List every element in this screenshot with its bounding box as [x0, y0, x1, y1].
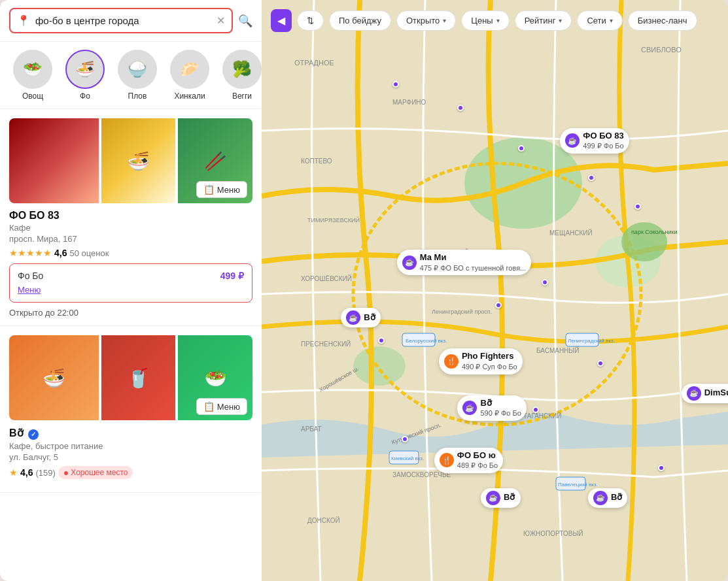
search-button[interactable]: 🔍: [238, 14, 252, 28]
map-filter-цены[interactable]: Цены ▾: [461, 10, 509, 31]
category-item-hinkali[interactable]: 🥟 Хинкали: [164, 47, 216, 103]
svg-text:МЕЩАНСКИЙ: МЕЩАНСКИЙ: [549, 229, 593, 237]
svg-text:СВИБЛОВО: СВИБЛОВО: [641, 46, 682, 54]
map-top-bar: ◀⇅По бейджуОткрыто ▾Цены ▾Рейтинг ▾Сети …: [271, 9, 719, 32]
menu-icon-vo: 📋: [203, 401, 215, 412]
svg-text:ТИМИРЯЗЕВСКИЙ: ТИМИРЯЗЕВСКИЙ: [307, 216, 360, 224]
map-back-button[interactable]: ◀: [271, 9, 292, 32]
result-card-fo-bo-83[interactable]: 🍜 🥢 📋 Меню ФО БО 83 Кафе просп. Мира, 16…: [0, 109, 262, 326]
card-open-hours-fo-bo-83: Открыто до 22:00: [9, 308, 252, 318]
marker-name-vo-center: Вỡ: [364, 312, 375, 324]
category-image-plov: 🍚: [118, 50, 157, 89]
map-marker-fo-bo-83-map[interactable]: ☕ ФО БО 83 499 ₽ Фо Бо: [560, 128, 629, 154]
svg-text:Киевский вкз.: Киевский вкз.: [391, 456, 424, 461]
marker-icon-vo-south: ☕: [462, 401, 477, 415]
left-panel: 📍 ✕ 🔍 🥗 Овощ 🍜 Фо 🍚 Плов 🥟 Хинкали 🥦: [0, 0, 262, 581]
marker-icon-pho-fighters: 🍴: [444, 354, 459, 369]
map-filter-открыто[interactable]: Открыто ▾: [396, 10, 456, 31]
map-marker-vo-bottom2[interactable]: ☕ Вỡ: [588, 488, 627, 508]
category-label-veggy: Вегги: [232, 91, 252, 101]
category-item-ovoshch[interactable]: 🥗 Овощ: [7, 47, 59, 103]
menu-overlay-button-fo-bo-83[interactable]: 📋 Меню: [196, 181, 247, 198]
marker-text-dimsum: DimSum & Co: [704, 388, 728, 399]
marker-icon-vo-center: ☕: [346, 310, 360, 325]
map-marker-vo-center[interactable]: ☕ Вỡ: [341, 308, 380, 327]
marker-price-ma-mi: 475 ₽ ФО БО с тушенной говя...: [420, 263, 527, 273]
rating-count-fo-bo-83: 50 оценок: [69, 248, 109, 258]
svg-text:ДОНСКОЙ: ДОНСКОЙ: [307, 516, 340, 524]
map-marker-pho-fighters[interactable]: 🍴 Pho Fighters 490 ₽ Суп Фо Бо: [439, 348, 523, 374]
svg-text:ЮЖНОПОРТОВЫЙ: ЮЖНОПОРТОВЫЙ: [523, 529, 583, 537]
category-item-plov[interactable]: 🍚 Плов: [111, 47, 164, 103]
svg-point-2: [353, 346, 406, 386]
marker-text-ma-mi: Ма Ми 475 ₽ ФО БО с тушенной говя...: [420, 252, 527, 273]
category-image-ovoshch: 🥗: [13, 50, 52, 89]
badge-text: Хорошее место: [71, 468, 128, 477]
marker-name-dimsum: DimSum & Co: [704, 388, 728, 399]
map-marker-vo-bottom1[interactable]: ☕ Вỡ: [481, 488, 520, 508]
marker-icon-fo-bo-83-map: ☕: [565, 133, 580, 148]
clear-icon[interactable]: ✕: [217, 14, 225, 27]
stars-vo-bo: ★: [9, 467, 18, 478]
marker-icon-dimsum: ☕: [687, 386, 701, 401]
rating-count-vo-bo: (159): [35, 468, 55, 478]
marker-icon-vo-bottom1: ☕: [486, 491, 500, 505]
category-strip: 🥗 Овощ 🍜 Фо 🍚 Плов 🥟 Хинкали 🥦 Вегги: [0, 42, 262, 109]
chevron-icon: ▾: [443, 17, 446, 24]
svg-text:Ленинградский просп.: Ленинградский просп.: [432, 308, 492, 315]
marker-price-pho-fighters: 490 ₽ Суп Фо Бо: [462, 362, 517, 371]
map-marker-vo-south[interactable]: ☕ Вỡ 590 ₽ Фо Бо: [457, 395, 526, 421]
svg-text:ТАГАНСКИЙ: ТАГАНСКИЙ: [523, 412, 562, 420]
chevron-icon: ▾: [559, 17, 562, 24]
map-marker-dimsum[interactable]: ☕ DimSum & Co: [682, 384, 728, 403]
marker-price-vo-south: 590 ₽ Фо Бо: [480, 408, 521, 418]
map-filter-бизнес-ланч[interactable]: Бизнес-ланч: [628, 10, 697, 31]
card-img-bo2: 🥤: [101, 335, 176, 420]
card-address-fo-bo-83: просп. Мира, 167: [9, 234, 252, 244]
map-marker-ma-mi[interactable]: ☕ Ма Ми 475 ₽ ФО БО с тушенной говя...: [397, 250, 532, 275]
menu-overlay-label: Меню: [217, 185, 240, 195]
svg-text:МАРФИНО: МАРФИНО: [392, 99, 426, 106]
map-filter-рейтинг[interactable]: Рейтинг ▾: [515, 10, 572, 31]
svg-text:КОПТЕВО: КОПТЕВО: [301, 158, 332, 165]
result-card-vo-bo[interactable]: 🍜 🥤 🥗 📋 Меню Вỡ ✓ Кафе, быстрое питание …: [0, 326, 262, 493]
marker-price-fo-bo-83-map: 499 ₽ Фо Бо: [583, 141, 623, 150]
menu-overlay-button-vo-bo[interactable]: 📋 Меню: [196, 398, 247, 415]
category-image-hinkali: 🥟: [170, 50, 209, 89]
marker-text-pho-fighters: Pho Fighters 490 ₽ Суп Фо Бо: [462, 351, 517, 371]
marker-name-vo-bottom2: Вỡ: [611, 492, 622, 503]
svg-text:АРБАТ: АРБАТ: [301, 425, 322, 433]
card-type-vo-bo: Кафе, быстрое питание: [9, 441, 252, 451]
marker-name-vo-south: Вỡ: [480, 398, 521, 409]
dish-price-fo-bo-83: 499 ₽: [220, 271, 244, 281]
badge-icon: ●: [63, 467, 69, 478]
marker-icon-ma-mi: ☕: [402, 256, 417, 270]
card-rating-vo-bo: ★ 4,6 (159) ● Хорошее место: [9, 466, 252, 479]
category-item-veggy[interactable]: 🥦 Вегги: [216, 47, 262, 103]
map-marker-fo-bo-yu[interactable]: 🍴 ФО БО ю 489 ₽ Фо Бо: [434, 448, 503, 473]
card-img-pho1: 🍜: [101, 118, 176, 203]
card-images-vo-bo: 🍜 🥤 🥗 📋 Меню: [9, 335, 252, 420]
menu-icon: 📋: [203, 184, 215, 195]
category-item-fo[interactable]: 🍜 Фо: [59, 47, 111, 103]
dish-menu-link-fo-bo-83[interactable]: Меню: [18, 285, 41, 295]
marker-text-fo-bo-83-map: ФО БО 83 499 ₽ Фо Бо: [583, 131, 623, 151]
svg-text:ПРЕСНЕНСКИЙ: ПРЕСНЕНСКИЙ: [301, 340, 351, 348]
svg-text:Белорусский вкз.: Белорусский вкз.: [406, 338, 447, 344]
stars-fo-bo-83: ★★★★★: [9, 248, 52, 258]
marker-price-fo-bo-yu: 489 ₽ Фо Бо: [457, 461, 498, 470]
card-rating-fo-bo-83: ★★★★★ 4,6 50 оценок: [9, 248, 252, 258]
marker-name-vo-bottom1: Вỡ: [504, 492, 515, 503]
dish-highlight-fo-bo-83: Фо Бо 499 ₽ Меню: [9, 263, 252, 303]
search-bar: 📍 ✕ 🔍: [0, 0, 262, 42]
marker-name-fo-bo-yu: ФО БО ю: [457, 450, 498, 461]
menu-overlay-label-vo: Меню: [217, 402, 240, 412]
marker-name-pho-fighters: Pho Fighters: [462, 351, 517, 362]
map-filter-по-бейджу[interactable]: По бейджу: [329, 10, 391, 31]
map-filter-сети[interactable]: Сети ▾: [577, 10, 622, 31]
results-list: 🍜 🥢 📋 Меню ФО БО 83 Кафе просп. Мира, 16…: [0, 109, 262, 581]
pin-icon: 📍: [17, 14, 30, 27]
category-image-fo: 🍜: [65, 50, 105, 89]
map-filter-icon-button[interactable]: ⇅: [297, 10, 324, 31]
search-input[interactable]: [35, 15, 211, 26]
